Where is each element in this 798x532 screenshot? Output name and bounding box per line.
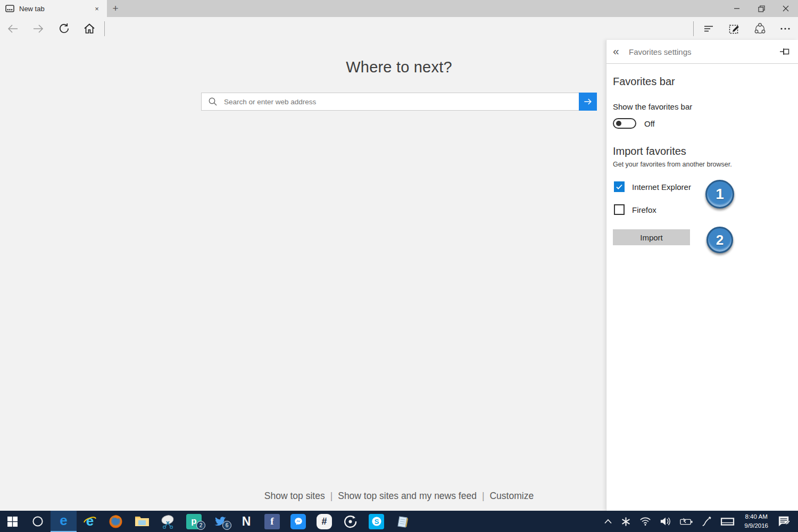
taskbar-skype-button[interactable]: S — [363, 511, 389, 532]
favorites-bar-heading: Favorites bar — [613, 76, 789, 88]
newtab-favicon-icon — [5, 5, 14, 12]
panel-body: Favorites bar Show the favorites bar Off… — [606, 64, 798, 245]
toolbar-divider-right — [693, 21, 694, 36]
taskbar-firefox-button[interactable] — [103, 511, 129, 532]
taskbar-edge-button[interactable]: e — [51, 511, 77, 532]
panel-title: Favorites settings — [629, 47, 779, 56]
taskbar-snipping-tool-button[interactable] — [155, 511, 181, 532]
web-note-icon — [728, 22, 741, 35]
chevron-up-icon — [604, 519, 612, 524]
import-favorites-heading: Import favorites — [613, 145, 789, 157]
tab-close-icon[interactable]: × — [91, 3, 103, 14]
new-tab-button[interactable]: + — [107, 0, 124, 17]
favorites-settings-panel: « Favorites settings Favorites bar Show … — [606, 40, 798, 511]
clock-date: 9/9/2016 — [744, 521, 768, 530]
svg-text:e: e — [60, 514, 67, 528]
tab-title: New tab — [19, 5, 91, 13]
go-button[interactable] — [579, 93, 597, 111]
search-input[interactable] — [224, 93, 579, 110]
panel-back-button[interactable]: « — [613, 45, 629, 58]
wifi-icon — [639, 517, 651, 526]
cortana-button[interactable] — [24, 511, 51, 532]
clock-time: 8:40 AM — [744, 512, 768, 521]
svg-text:S: S — [374, 518, 379, 526]
taskbar-hashtag-app-button[interactable]: # — [311, 511, 337, 532]
minimize-button[interactable] — [725, 0, 749, 17]
tray-clock[interactable]: 8:40 AM 9/9/2016 — [739, 512, 774, 531]
forward-button[interactable] — [26, 17, 51, 40]
refresh-icon — [58, 22, 70, 35]
taskbar-onenote-button[interactable]: N — [233, 511, 259, 532]
p-app-badge: 2 — [196, 521, 205, 530]
firefox-row: Firefox — [613, 204, 789, 215]
keyboard-icon — [720, 517, 735, 526]
taskbar-messenger-button[interactable] — [285, 511, 311, 532]
more-actions-button[interactable] — [772, 17, 798, 40]
cortana-icon — [32, 516, 44, 527]
battery-charging-icon — [680, 518, 693, 526]
hub-button[interactable] — [696, 17, 721, 40]
facebook-icon: f — [264, 514, 280, 529]
taskbar-p-app-button[interactable]: p 2 — [181, 511, 207, 532]
show-top-sites-link[interactable]: Show top sites — [264, 491, 325, 501]
windows-logo-icon — [7, 517, 18, 527]
tray-battery-button[interactable] — [676, 511, 697, 532]
restore-button[interactable] — [749, 0, 774, 17]
arrow-right-icon — [583, 96, 593, 107]
tray-show-hidden-icons-button[interactable] — [600, 511, 617, 532]
check-icon — [616, 183, 623, 190]
asterisk-icon — [621, 517, 631, 527]
forward-arrow-icon — [32, 22, 45, 35]
twitter-badge: 6 — [222, 521, 231, 530]
toolbar-divider — [104, 21, 105, 36]
tab-new-tab[interactable]: New tab × — [0, 0, 107, 17]
close-window-button[interactable] — [774, 0, 798, 17]
taskbar-ie-button[interactable]: e — [77, 511, 103, 532]
pin-panel-icon[interactable] — [779, 46, 791, 57]
firefox-label: Firefox — [632, 205, 656, 214]
search-bar — [201, 93, 597, 111]
taskbar-twitter-button[interactable]: 6 — [207, 511, 233, 532]
internet-explorer-row: Internet Explorer — [613, 181, 789, 192]
taskbar-notepad-button[interactable] — [389, 511, 415, 532]
home-button[interactable] — [77, 17, 102, 40]
onenote-icon: N — [239, 514, 253, 528]
volume-icon — [660, 517, 671, 526]
taskbar-file-explorer-button[interactable] — [129, 511, 155, 532]
show-favorites-bar-label: Show the favorites bar — [613, 102, 789, 111]
action-center-icon — [778, 516, 791, 527]
import-button[interactable]: Import — [613, 229, 690, 245]
refresh-button[interactable] — [51, 17, 77, 40]
start-button[interactable] — [0, 511, 24, 532]
firefox-icon — [109, 514, 123, 529]
messenger-icon — [294, 517, 303, 526]
internet-explorer-icon: e — [82, 514, 97, 529]
import-favorites-description: Get your favorites from another browser. — [613, 161, 789, 168]
tray-touch-keyboard-button[interactable] — [716, 511, 739, 532]
window-controls — [725, 0, 798, 17]
svg-text:e: e — [86, 514, 93, 529]
hub-icon — [702, 22, 715, 35]
share-button[interactable] — [747, 17, 772, 40]
tray-asterisk-button[interactable] — [617, 511, 635, 532]
skype-icon: S — [371, 516, 383, 527]
internet-explorer-checkbox[interactable] — [614, 181, 625, 192]
tray-wifi-button[interactable] — [635, 511, 655, 532]
show-top-sites-news-feed-link[interactable]: Show top sites and my news feed — [338, 491, 477, 501]
firefox-checkbox[interactable] — [614, 204, 625, 215]
taskbar-facebook-button[interactable]: f — [259, 511, 285, 532]
svg-text:N: N — [242, 514, 251, 528]
customize-link[interactable]: Customize — [489, 491, 534, 501]
toggle-knob — [616, 121, 621, 126]
favorites-bar-toggle[interactable] — [613, 118, 636, 129]
web-note-button[interactable] — [721, 17, 747, 40]
system-tray: 8:40 AM 9/9/2016 — [600, 511, 798, 532]
taskbar-groove-music-button[interactable] — [337, 511, 363, 532]
tray-windows-ink-button[interactable] — [697, 511, 716, 532]
back-button[interactable] — [0, 17, 26, 40]
action-center-button[interactable] — [774, 511, 795, 532]
pen-icon — [701, 516, 712, 527]
tray-volume-button[interactable] — [655, 511, 676, 532]
edge-icon: e — [56, 514, 71, 528]
internet-explorer-label: Internet Explorer — [632, 182, 691, 192]
